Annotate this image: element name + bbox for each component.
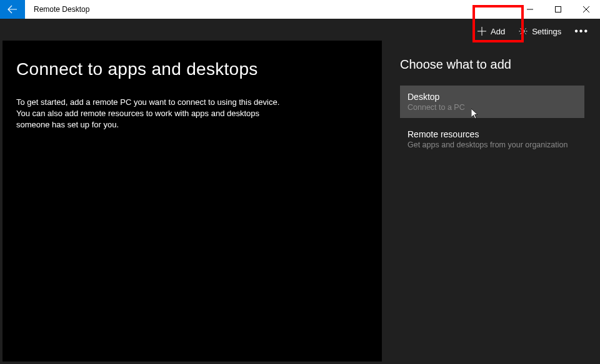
app-body: Connect to apps and desktops To get star… bbox=[0, 19, 600, 364]
main-heading: Connect to apps and desktops bbox=[16, 59, 368, 79]
option-subtitle: Get apps and desktops from your organiza… bbox=[408, 140, 577, 149]
main-panel: Connect to apps and desktops To get star… bbox=[2, 41, 382, 362]
window-controls bbox=[516, 0, 600, 19]
back-button[interactable] bbox=[0, 0, 25, 19]
maximize-icon bbox=[555, 6, 561, 12]
option-title: Desktop bbox=[408, 92, 577, 102]
settings-button-label: Settings bbox=[532, 27, 561, 36]
title-bar: Remote Desktop bbox=[0, 0, 600, 19]
close-button[interactable] bbox=[572, 0, 600, 19]
add-button-label: Add bbox=[491, 27, 505, 36]
svg-point-1 bbox=[522, 30, 524, 32]
close-icon bbox=[583, 6, 589, 12]
window-title: Remote Desktop bbox=[25, 0, 516, 19]
main-description: To get started, add a remote PC you want… bbox=[16, 97, 291, 131]
side-panel-heading: Choose what to add bbox=[400, 57, 584, 72]
plus-icon bbox=[478, 27, 486, 36]
side-panel-content: Choose what to add Desktop Connect to a … bbox=[384, 44, 600, 160]
minimize-button[interactable] bbox=[516, 0, 544, 19]
command-bar: Add Settings ••• bbox=[384, 19, 600, 44]
maximize-button[interactable] bbox=[544, 0, 572, 19]
option-desktop[interactable]: Desktop Connect to a PC bbox=[400, 86, 584, 118]
gear-icon bbox=[519, 27, 528, 36]
option-title: Remote resources bbox=[408, 129, 577, 139]
settings-button[interactable]: Settings bbox=[512, 23, 568, 40]
svg-rect-0 bbox=[555, 7, 561, 12]
add-button[interactable]: Add bbox=[471, 23, 512, 40]
more-icon: ••• bbox=[574, 26, 589, 36]
back-arrow-icon bbox=[8, 4, 18, 14]
option-subtitle: Connect to a PC bbox=[408, 103, 577, 112]
side-panel: Add Settings ••• Choose what to add Desk… bbox=[384, 19, 600, 364]
option-remote-resources[interactable]: Remote resources Get apps and desktops f… bbox=[400, 123, 584, 155]
more-button[interactable]: ••• bbox=[568, 22, 595, 40]
minimize-icon bbox=[527, 6, 533, 12]
